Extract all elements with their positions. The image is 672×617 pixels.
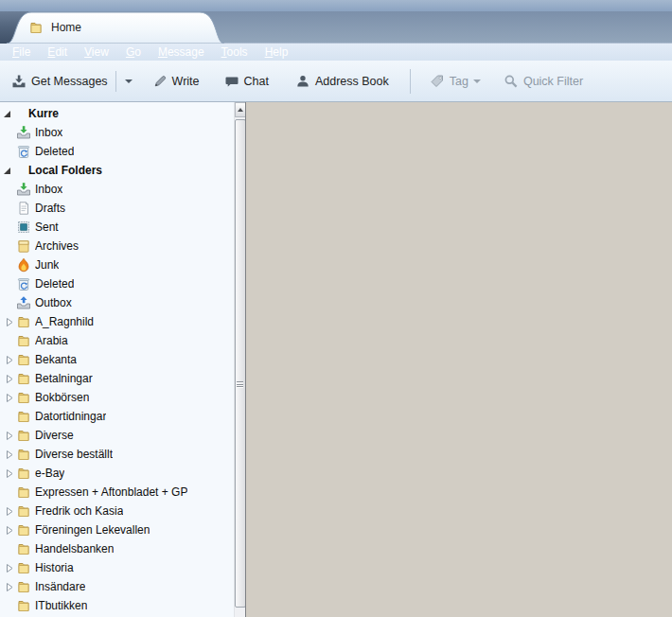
inbox-icon [16,125,31,140]
folder-row-datortidningar[interactable]: Datortidningar [0,407,234,426]
folder-icon [16,541,31,556]
folder-row-arabia[interactable]: Arabia [0,331,234,350]
twisty-spacer [6,185,16,195]
folder-row-diverse[interactable]: Diverse [0,426,234,445]
folder-row-outbox[interactable]: Outbox [0,293,234,312]
folder-name: Fredrik och Kasia [35,504,123,518]
folder-name: Historia [35,561,74,574]
twisty-collapsed-icon[interactable] [6,431,16,441]
folder-icon [16,314,31,329]
folder-name: Diverse [35,429,74,442]
account-row-local-folders[interactable]: Local Folders [0,161,234,180]
folder-row-junk[interactable]: Junk [0,256,234,274]
folder-row-ins-ndare[interactable]: Insändare [0,577,234,596]
folder-row-f-reningen-lekevallen[interactable]: Föreningen Lekevallen [0,520,234,539]
menu-item-view[interactable]: View [76,44,117,61]
folder-name: Deleted [35,277,74,291]
chat-bubble-icon [224,74,239,89]
twisty-spacer [6,203,16,214]
scroll-up-arrow-icon [238,108,243,112]
address-book-button[interactable]: Address Book [290,69,395,94]
folder-row-inbox[interactable]: Inbox [0,123,234,142]
tag-button[interactable]: Tag [424,69,486,94]
twisty-collapsed-icon[interactable] [6,317,16,327]
folder-name: Handelsbanken [35,542,114,555]
twisty-spacer [6,544,16,555]
account-row-kurre[interactable]: Kurre [0,104,234,123]
folder-icon [16,371,31,386]
twisty-collapsed-icon[interactable] [6,506,16,517]
folder-name: Deleted [35,145,74,158]
twisty-spacer [6,128,16,138]
folder-row-drafts[interactable]: Drafts [0,199,234,218]
thunderbird-window: Home FileEditViewGoMessageToolsHelp Get … [0,0,672,617]
menu-item-message[interactable]: Message [150,44,213,61]
menu-item-go[interactable]: Go [117,44,150,61]
folder-name: Drafts [35,202,65,215]
folder-row-fredrik-och-kasia[interactable]: Fredrik och Kasia [0,502,234,520]
folder-row-inbox[interactable]: Inbox [0,180,234,199]
folder-icon [16,466,31,481]
chat-button[interactable]: Chat [219,69,274,94]
folder-pane-scrollbar[interactable] [234,102,245,617]
folder-row-diverse-best-llt[interactable]: Diverse beställt [0,445,234,464]
folder-icon [16,390,31,405]
twisty-collapsed-icon[interactable] [6,374,16,384]
twisty-expanded-icon[interactable] [3,166,13,176]
twisty-collapsed-icon[interactable] [6,355,16,365]
scrollbar-grip [237,381,243,389]
twisty-spacer [6,260,16,271]
folder-row-betalningar[interactable]: Betalningar [0,369,234,388]
folder-row-sent[interactable]: Sent [0,218,234,237]
menu-bar: FileEditViewGoMessageToolsHelp [0,44,672,61]
twisty-expanded-icon[interactable] [3,109,13,119]
account-name: Local Folders [28,164,102,177]
trash-icon [16,144,31,159]
twisty-collapsed-icon[interactable] [6,393,16,403]
twisty-spacer [6,222,16,233]
folder-row-a-ragnhild[interactable]: A_Ragnhild [0,312,234,331]
menu-item-edit[interactable]: Edit [39,44,76,61]
folder-name: Sent [35,220,59,234]
folder-row-handelsbanken[interactable]: Handelsbanken [0,539,234,558]
quick-filter-button[interactable]: Quick Filter [498,69,589,94]
menu-item-tools[interactable]: Tools [213,44,256,61]
folder-row-historia[interactable]: Historia [0,558,234,577]
folder-name: Inbox [35,183,62,196]
write-pencil-icon [152,74,168,89]
folder-row-bokb-rsen[interactable]: Bokbörsen [0,388,234,407]
folder-name: Arabia [35,334,68,347]
get-messages-label: Get Messages [31,75,108,88]
folder-name: Inbox [35,126,62,139]
folder-row-deleted[interactable]: Deleted [0,142,234,161]
twisty-spacer [6,601,16,611]
get-messages-button[interactable]: Get Messages [6,69,114,94]
folder-icon [16,333,31,348]
chevron-down-icon [125,79,133,83]
main-content-pane [245,102,672,617]
twisty-spacer [6,147,16,157]
tab-home-content[interactable]: Home [28,11,81,44]
folder-row-expressen-aftonbladet-gp[interactable]: Expressen + Aftonbladet + GP [0,483,234,502]
twisty-collapsed-icon[interactable] [6,563,16,573]
folder-icon [16,409,31,424]
folder-row-e-bay[interactable]: e-Bay [0,464,234,483]
folder-icon [16,485,31,500]
twisty-collapsed-icon[interactable] [6,525,16,536]
title-bar [0,0,672,11]
get-messages-dropdown[interactable] [118,75,139,88]
folder-row-deleted[interactable]: Deleted [0,274,234,293]
write-button[interactable]: Write [147,69,205,94]
account-name: Kurre [28,107,59,120]
folder-row-archives[interactable]: Archives [0,237,234,256]
twisty-collapsed-icon[interactable] [6,468,16,479]
folder-icon [16,579,31,594]
twisty-collapsed-icon[interactable] [6,450,16,460]
folder-name: ITbutikken [35,599,87,612]
twisty-spacer [6,487,16,498]
twisty-collapsed-icon[interactable] [6,582,16,592]
folder-row-bekanta[interactable]: Bekanta [0,350,234,369]
menu-item-help[interactable]: Help [256,44,297,61]
menu-item-file[interactable]: File [4,44,39,61]
folder-row-itbutikken[interactable]: ITbutikken [0,596,234,615]
